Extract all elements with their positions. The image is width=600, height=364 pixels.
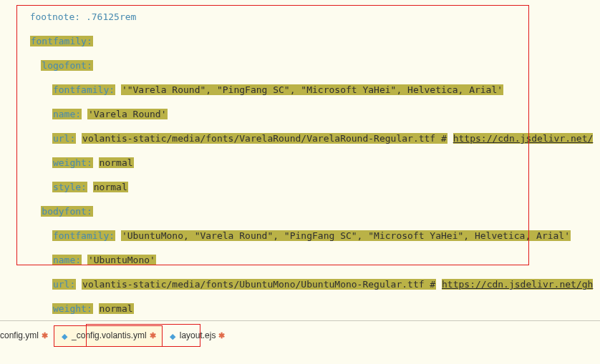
val: volantis-static/media/fonts/UbuntuMono/U…: [82, 279, 436, 290]
dirty-icon: ✱: [42, 330, 48, 342]
val: 'UbuntuMono, "Varela Round", "PingFang S…: [121, 230, 571, 241]
dirty-icon: ✱: [150, 330, 156, 342]
val: volantis-static/media/fonts/VarelaRound/…: [82, 133, 447, 144]
kw: weight:: [52, 303, 93, 314]
tab-label: layout.ejs: [180, 330, 216, 342]
val: normal: [99, 157, 134, 168]
val: normal: [93, 182, 128, 192]
tab-config-volantis-yml[interactable]: ◆ _config.volantis.yml ✱: [54, 325, 163, 347]
val: 'UbuntuMono': [87, 255, 156, 265]
file-icon: ◆: [60, 332, 69, 340]
editor-tab-bar: config.yml ✱ ◆ _config.volantis.yml ✱ ◆ …: [0, 320, 600, 350]
tab-label: config.yml: [0, 330, 39, 342]
kw-logofont: logofont:: [41, 60, 92, 71]
kw-fontfamily: fontfamily:: [30, 36, 93, 46]
val: '"Varela Round", "PingFang SC", "Microso…: [121, 84, 503, 95]
tab-config-yml[interactable]: config.yml ✱: [0, 326, 54, 346]
code-content: footnote: .76125rem fontfamily: logofont…: [19, 0, 593, 329]
kw: url:: [52, 133, 76, 144]
val: normal: [99, 303, 134, 314]
dirty-icon: ✱: [218, 330, 225, 342]
tab-layout-ejs[interactable]: ◆ layout.ejs ✱: [163, 326, 231, 346]
kw-bodyfont: bodyfont:: [41, 206, 92, 217]
kw: fontfamily:: [52, 84, 115, 95]
kw: url:: [52, 279, 76, 290]
url-link[interactable]: https://cdn.jsdelivr.net/: [453, 133, 594, 144]
kw: fontfamily:: [52, 230, 115, 241]
url-link[interactable]: https://cdn.jsdelivr.net/gh: [442, 279, 593, 290]
kw: weight:: [52, 157, 93, 168]
kw: name:: [52, 109, 82, 119]
val: 'Varela Round': [87, 109, 168, 119]
kw: name:: [52, 255, 82, 265]
line-footnote: footnote: .76125rem: [30, 11, 137, 22]
code-editor[interactable]: footnote: .76125rem fontfamily: logofont…: [0, 0, 600, 329]
kw: style:: [52, 182, 87, 192]
file-icon: ◆: [168, 332, 177, 340]
tab-label: _config.volantis.yml: [72, 330, 147, 342]
